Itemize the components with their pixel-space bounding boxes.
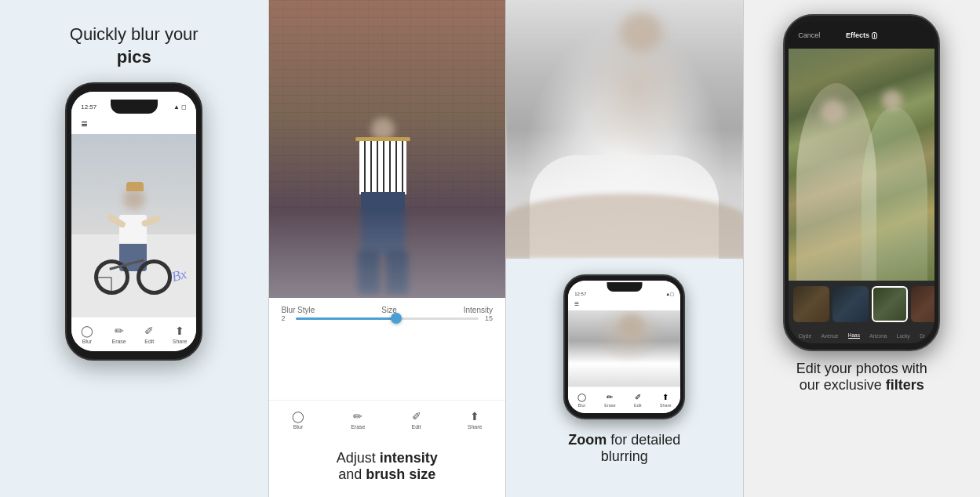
cancel-button[interactable]: Cancel: [798, 31, 820, 39]
tab-edit-3[interactable]: ✐ Edit: [634, 393, 641, 408]
blur-label: Blur: [82, 339, 92, 344]
panel-1-content: Quickly Quickly blur yourblur yourpics 1…: [16, 24, 253, 481]
share-label: Share: [173, 339, 188, 344]
filter-name-clyde[interactable]: Clyde: [798, 333, 811, 339]
filter-names-row: Clyde Avenue Haas Arizona Lucky Dr: [789, 328, 934, 343]
spacer: Cancel: [903, 31, 925, 39]
p3-caption-text: Zoom for detailedblurring: [568, 432, 680, 464]
slider-thumb[interactable]: [391, 313, 402, 324]
tab-erase-2[interactable]: ✏ Erase: [351, 410, 365, 430]
status-time: 12:57: [81, 103, 97, 111]
edit-icon-2: ✐: [412, 410, 421, 423]
p2-caption-text: Adjust intensityand brush size: [337, 450, 438, 482]
tab-edit-2[interactable]: ✐ Edit: [412, 410, 421, 430]
phone-3-notch: [607, 282, 642, 292]
phone-1-notch: [111, 100, 158, 114]
p4-caption-text: Edit your photos withour exclusive filte…: [796, 361, 927, 393]
slider-track[interactable]: [296, 317, 479, 320]
phone-1-header: [71, 114, 196, 134]
edit-label-3: Edit: [634, 403, 641, 408]
blur-icon-3: ◯: [577, 393, 586, 401]
p3-time: 12:57: [574, 292, 586, 296]
share-label-3: Share: [660, 403, 672, 408]
controls-labels-row: Blur Style Size Intensity: [282, 306, 494, 314]
slider-container[interactable]: 2 15: [282, 314, 494, 322]
blur-label-2: Blur: [293, 424, 303, 430]
share-icon-2: ⬆: [470, 410, 479, 423]
erase-icon-2: ✏: [353, 410, 362, 423]
blur-icon-2: ◯: [292, 410, 304, 423]
body-shirt: [119, 215, 147, 246]
share-icon: ⬆: [175, 325, 184, 337]
man-shirt: [359, 140, 406, 194]
p3-image-section: [506, 0, 743, 259]
p2-image-section: [269, 0, 506, 298]
p3-content: [568, 310, 680, 386]
bottom-blur-overlay: [269, 209, 506, 298]
wheel-front: [137, 259, 172, 295]
blur-icon: ◯: [81, 325, 93, 337]
phone-4-frame: Cancel Effects i Cancel: [783, 14, 940, 351]
panel-2-fullbleed: Blur Style Size Intensity 2 15 ◯ Blur ✏: [269, 0, 506, 497]
panel-1: Quickly Quickly blur yourblur yourpics 1…: [0, 0, 268, 497]
hamburger-icon[interactable]: [81, 117, 87, 130]
edit-label: Edit: [144, 339, 154, 344]
filter-name-dr[interactable]: Dr: [920, 333, 925, 339]
p3-hamburger[interactable]: ≡: [574, 299, 579, 308]
tab-share-3[interactable]: ⬆ Share: [660, 393, 672, 408]
filter-thumb-clyde[interactable]: [793, 286, 829, 322]
p2-bottom-bar: ◯ Blur ✏ Erase ✐ Edit ⬆ Share: [269, 400, 506, 439]
bike-scene: Bx: [71, 134, 196, 317]
tab-share[interactable]: ⬆ Share: [173, 325, 188, 344]
panel-4: Cancel Effects i Cancel: [744, 0, 981, 497]
phone-4-screen: Cancel Effects i Cancel: [789, 22, 934, 343]
share-label-2: Share: [468, 424, 483, 430]
blur-style-label: Blur Style: [282, 306, 315, 314]
blur-label-3: Blur: [578, 403, 586, 408]
filter-thumb-haas[interactable]: [872, 286, 908, 322]
p4-content: Cancel Effects i Cancel: [744, 0, 981, 497]
phone-3-screen: 12:57 ▲◻ ≡ ◯ Blur ✏ Era: [568, 281, 680, 413]
phone-3-frame: 12:57 ▲◻ ≡ ◯ Blur ✏ Era: [563, 274, 685, 419]
phone-1-bottom-bar: ◯ Blur ✏ Erase ✐ Edit ⬆ Share: [71, 317, 196, 351]
p3-bottom-bar: ◯ Blur ✏ Erase ✐ Edit ⬆ Share: [568, 386, 680, 413]
tab-blur-2[interactable]: ◯ Blur: [292, 410, 304, 430]
status-signal: ▲ ◻: [173, 103, 187, 111]
phone-1-content: Bx: [71, 134, 196, 317]
erase-label-3: Erase: [604, 403, 615, 408]
hat: [126, 182, 144, 191]
p3-bottom-area: 12:57 ▲◻ ≡ ◯ Blur ✏ Era: [563, 259, 685, 497]
tab-erase-3[interactable]: ✏ Erase: [604, 393, 615, 408]
filter-thumb-arizona[interactable]: [911, 286, 934, 322]
slider-min-value: 2: [282, 314, 290, 322]
effects-label: Effects i: [846, 31, 877, 39]
erase-label: Erase: [111, 339, 126, 344]
filter-thumb-avenue[interactable]: [832, 286, 869, 322]
panel-2: Blur Style Size Intensity 2 15 ◯ Blur ✏: [269, 0, 506, 497]
tab-blur-3[interactable]: ◯ Blur: [577, 393, 586, 408]
filter-name-lucky[interactable]: Lucky: [897, 333, 910, 339]
p4-photo-area: [789, 49, 934, 281]
tab-blur[interactable]: ◯ Blur: [81, 325, 93, 344]
filter-name-haas[interactable]: Haas: [848, 332, 860, 339]
erase-icon: ✏: [115, 325, 124, 337]
share-icon-3: ⬆: [662, 393, 669, 401]
p4-top-bar: Cancel Effects i Cancel: [789, 22, 934, 49]
tab-share-2[interactable]: ⬆ Share: [468, 410, 483, 430]
slider-max-value: 15: [485, 314, 493, 322]
phone-1-frame: 12:57 ▲ ◻: [65, 82, 202, 361]
slider-fill: [296, 317, 396, 320]
filter-thumbnails-row[interactable]: [789, 281, 934, 328]
filter-name-arizona[interactable]: Arizona: [869, 333, 887, 339]
effects-info-icon: i: [872, 32, 878, 39]
edit-label-2: Edit: [412, 424, 421, 430]
p3-face-blur: [619, 314, 644, 338]
tab-erase[interactable]: ✏ Erase: [111, 325, 126, 344]
tab-edit[interactable]: ✐ Edit: [144, 325, 154, 344]
filter-name-avenue[interactable]: Avenue: [821, 333, 838, 339]
p3-caption: Zoom for detailedblurring: [568, 432, 680, 465]
p2-controls-section: Blur Style Size Intensity 2 15: [269, 298, 506, 400]
blur-face-1: [123, 189, 145, 209]
edit-icon-3: ✐: [635, 393, 641, 401]
panel-1-caption: Quickly Quickly blur yourblur yourpics: [70, 24, 199, 68]
